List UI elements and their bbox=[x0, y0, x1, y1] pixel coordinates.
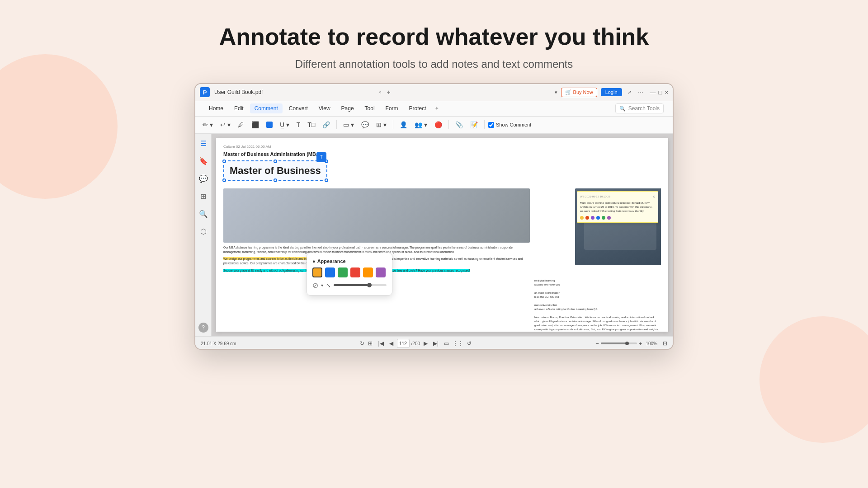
menu-protect[interactable]: Protect bbox=[405, 103, 431, 113]
sticky-note-close-btn[interactable]: × bbox=[652, 194, 655, 199]
search-tools-area[interactable]: 🔍 Search Tools bbox=[615, 103, 664, 113]
menu-tool[interactable]: Tool bbox=[360, 103, 379, 113]
status-bar: 21.01 X 29.69 cm ↻ ⊞ |◀ ◀ /200 ▶ ▶| ▭ ⋮⋮… bbox=[195, 336, 673, 350]
selected-text: Master of Business bbox=[230, 165, 321, 177]
sidebar-search-icon[interactable]: 🔍 bbox=[197, 208, 210, 220]
toolbar-link-btn[interactable]: 🔗 bbox=[320, 120, 333, 130]
toolbar-annotate-btn[interactable]: ✏ ▾ bbox=[200, 120, 216, 130]
rotate-icon[interactable]: ↻ bbox=[360, 340, 364, 347]
pdf-right-text-area: re digital learning studies wherever you… bbox=[534, 279, 661, 332]
toolbar-users-btn[interactable]: 👥 ▾ bbox=[412, 120, 430, 130]
swatch-orange[interactable] bbox=[312, 267, 322, 277]
toolbar-underline2-btn[interactable]: U̲ ▾ bbox=[277, 120, 292, 130]
scroll-mode-icon[interactable]: ⋮⋮ bbox=[453, 340, 463, 347]
last-page-btn[interactable]: ▶| bbox=[431, 339, 440, 347]
toolbar-color-swatch[interactable] bbox=[264, 120, 275, 129]
menu-edit[interactable]: Edit bbox=[230, 103, 248, 113]
prev-page-btn[interactable]: ◀ bbox=[387, 339, 395, 347]
rotate2-icon[interactable]: ↺ bbox=[467, 340, 472, 347]
swatch-amber[interactable] bbox=[363, 267, 373, 277]
show-comment-toggle[interactable]: Show Comment bbox=[488, 122, 531, 128]
menu-page[interactable]: Page bbox=[337, 103, 359, 113]
tab-close-button[interactable]: × bbox=[376, 89, 384, 96]
color-violet[interactable] bbox=[607, 216, 611, 220]
menu-separator-icon: ✦ bbox=[434, 105, 439, 112]
color-red[interactable] bbox=[585, 216, 589, 220]
toolbar-text-btn[interactable]: T bbox=[294, 120, 303, 130]
toolbar-attach-btn[interactable]: 📎 bbox=[453, 120, 466, 130]
toolbar-textbox-btn[interactable]: T□ bbox=[305, 120, 318, 130]
toolbar-erase-btn[interactable]: 🔴 bbox=[432, 120, 445, 130]
selection-action-btn[interactable]: T bbox=[316, 152, 326, 162]
first-page-btn[interactable]: |◀ bbox=[376, 339, 385, 347]
pdf-content: Culture 02 Jul 2021 06:00 AM Master of B… bbox=[212, 134, 673, 336]
sidebar-thumbnail-icon[interactable]: ⊞ bbox=[198, 190, 208, 202]
more-options-icon[interactable]: ⋯ bbox=[637, 89, 645, 95]
zoom-out-btn[interactable]: − bbox=[595, 340, 599, 347]
dropdown-icon[interactable]: ▾ bbox=[555, 89, 557, 95]
toolbar-shape-btn[interactable]: ▭ ▾ bbox=[340, 120, 357, 130]
opacity-cross-icon[interactable]: ⤡ bbox=[326, 282, 331, 289]
zoom-area: − + 100% bbox=[595, 340, 657, 347]
sidebar-layers-icon[interactable]: ⬡ bbox=[198, 225, 208, 238]
sidebar-bookmark-icon[interactable]: 🔖 bbox=[197, 155, 210, 167]
menu-home[interactable]: Home bbox=[204, 103, 228, 113]
toolbar-user-btn[interactable]: 👤 bbox=[397, 120, 410, 130]
sidebar-page-icon[interactable]: ☰ bbox=[198, 137, 208, 150]
pdf-right-text: re digital learning studies wherever you… bbox=[534, 279, 661, 332]
color-purple[interactable] bbox=[591, 216, 594, 220]
search-tools-label: Search Tools bbox=[628, 105, 660, 112]
text-selection-box[interactable]: Master of Business bbox=[223, 160, 327, 181]
swatch-green[interactable] bbox=[338, 267, 348, 277]
tab-add-button[interactable]: + bbox=[387, 89, 390, 96]
close-button[interactable]: × bbox=[665, 89, 668, 96]
text-selection-container: Master of Business T bbox=[223, 160, 327, 185]
page-nav: |◀ ◀ /200 ▶ ▶| bbox=[376, 339, 440, 348]
toolbar-select-btn[interactable]: ↩ ▾ bbox=[217, 120, 233, 130]
swatch-red[interactable] bbox=[350, 267, 360, 277]
show-comment-checkbox[interactable] bbox=[488, 122, 494, 128]
minimize-button[interactable]: — bbox=[650, 89, 656, 96]
toolbar-highlight-btn[interactable]: 🖊 bbox=[235, 120, 247, 130]
color-yellow[interactable] bbox=[580, 216, 584, 220]
opacity-dropdown-btn[interactable]: ▾ bbox=[321, 283, 323, 288]
menu-comment[interactable]: Comment bbox=[250, 103, 283, 113]
main-area: ☰ 🔖 💬 ⊞ 🔍 ⬡ ? Culture 02 Jul 2021 06:00 … bbox=[195, 134, 673, 336]
toolbar-comment-btn[interactable]: 💬 bbox=[359, 120, 372, 130]
zoom-slider[interactable] bbox=[601, 343, 637, 344]
color-blue[interactable] bbox=[596, 216, 600, 220]
share-icon[interactable]: ↗ bbox=[626, 89, 633, 95]
sticky-note[interactable]: WS 2021-05-13 10:10:26 × Multi-award win… bbox=[577, 191, 658, 223]
fit-icon[interactable]: ⊞ bbox=[368, 340, 373, 347]
pdf-col-right: WS 2021-05-13 10:10:26 × Multi-award win… bbox=[534, 188, 661, 332]
menu-view[interactable]: View bbox=[314, 103, 335, 113]
menu-form[interactable]: Form bbox=[381, 103, 403, 113]
selection-action-icon: T bbox=[320, 155, 323, 160]
maximize-button[interactable]: □ bbox=[659, 89, 662, 96]
filename-label: User Guild Book.pdf bbox=[214, 89, 373, 95]
color-green[interactable] bbox=[602, 216, 605, 220]
page-number-input[interactable] bbox=[397, 339, 410, 348]
color-swatches-row bbox=[312, 267, 387, 277]
next-page-btn[interactable]: ▶ bbox=[422, 339, 429, 347]
toolbar-underline-btn[interactable]: ⬛ bbox=[249, 120, 262, 130]
toolbar-stamp-btn[interactable]: ⊞ ▾ bbox=[373, 120, 389, 130]
buy-now-button[interactable]: 🛒 Buy Now bbox=[561, 88, 597, 97]
fit-page-icon[interactable]: ⊡ bbox=[663, 340, 667, 347]
swatch-blue[interactable] bbox=[325, 267, 335, 277]
title-bar: P User Guild Book.pdf × + ▾ 🛒 Buy Now Lo… bbox=[195, 84, 673, 101]
toolbar-sep2 bbox=[393, 120, 393, 129]
swatch-purple[interactable] bbox=[376, 267, 386, 277]
login-button[interactable]: Login bbox=[601, 88, 622, 96]
sel-handle-br bbox=[325, 178, 328, 182]
menu-convert[interactable]: Convert bbox=[284, 103, 312, 113]
zoom-in-btn[interactable]: + bbox=[639, 340, 642, 347]
toolbar-note-btn[interactable]: 📝 bbox=[467, 120, 481, 130]
sidebar-help-icon[interactable]: ? bbox=[198, 323, 208, 333]
sticky-note-colors bbox=[580, 216, 655, 220]
opacity-slider[interactable] bbox=[334, 284, 387, 286]
page-layout-icon[interactable]: ▭ bbox=[444, 340, 449, 347]
opacity-row: ⊘ ▾ ⤡ bbox=[312, 281, 387, 290]
sidebar-comment-icon[interactable]: 💬 bbox=[197, 173, 210, 185]
toolbar-sep4 bbox=[484, 120, 485, 129]
